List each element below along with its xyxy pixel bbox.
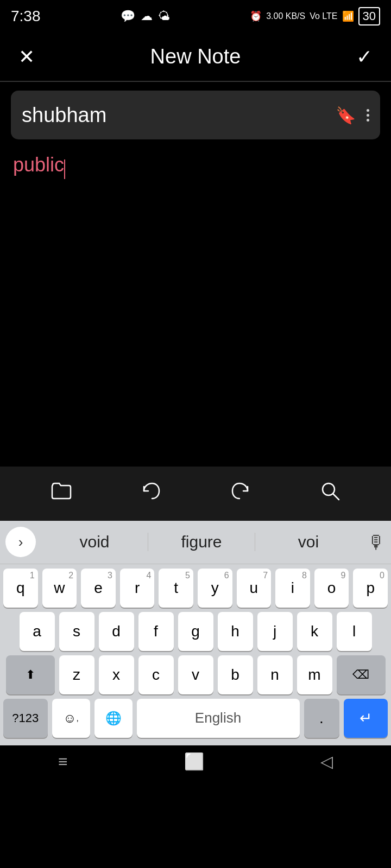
svg-line-1 xyxy=(333,494,339,500)
enter-key[interactable]: ↵ xyxy=(344,699,388,738)
undo-icon[interactable] xyxy=(140,480,162,507)
search-icon[interactable] xyxy=(319,480,342,507)
period-key[interactable]: . xyxy=(304,699,339,738)
nav-menu-icon[interactable]: ≡ xyxy=(58,752,68,771)
close-button[interactable]: ✕ xyxy=(13,46,40,68)
key-r[interactable]: r4 xyxy=(120,569,155,608)
bookmark-icon[interactable]: 🔖 xyxy=(336,106,356,125)
key-z[interactable]: z xyxy=(59,655,94,694)
key-o[interactable]: o9 xyxy=(314,569,349,608)
key-l[interactable]: l xyxy=(337,612,372,651)
key-t[interactable]: t5 xyxy=(159,569,193,608)
editor-toolbar xyxy=(0,467,391,521)
save-button[interactable]: ✓ xyxy=(351,46,378,68)
keyboard-row-3: ⬆ z x c v b n m ⌫ xyxy=(3,655,388,694)
key-n[interactable]: n xyxy=(257,655,293,694)
redo-icon[interactable] xyxy=(229,480,252,507)
keyboard: q1 w2 e3 r4 t5 y6 u7 i8 o9 p0 a s d f g … xyxy=(0,564,391,745)
status-bar: 7:38 💬 ☁ 🌤 ⏰ 3.00 KB/S Vo LTE 📶 30 xyxy=(0,0,391,33)
key-b[interactable]: b xyxy=(218,655,253,694)
key-u[interactable]: u7 xyxy=(237,569,272,608)
note-body-text: public xyxy=(13,154,64,176)
nav-bar: ≡ ⬜ ◁ xyxy=(0,745,391,778)
status-right: ⏰ 3.00 KB/S Vo LTE 📶 30 xyxy=(250,7,380,25)
space-key[interactable]: English xyxy=(137,699,300,738)
content-area[interactable] xyxy=(0,184,391,467)
keyboard-row-2: a s d f g h j k l xyxy=(3,612,388,651)
key-y[interactable]: y6 xyxy=(198,569,232,608)
backspace-key[interactable]: ⌫ xyxy=(337,655,386,694)
whatsapp-icon: 💬 xyxy=(121,9,135,23)
suggestion-words: void figure voi xyxy=(41,533,362,551)
key-x[interactable]: x xyxy=(99,655,134,694)
key-k[interactable]: k xyxy=(297,612,332,651)
status-icons: 💬 ☁ 🌤 xyxy=(121,9,170,23)
suggestion-voi[interactable]: voi xyxy=(255,533,362,551)
suggestions-bar: › void figure voi 🎙 xyxy=(0,521,391,564)
key-m[interactable]: m xyxy=(297,655,332,694)
more-options-icon[interactable] xyxy=(367,109,369,122)
cloud2-icon: 🌤 xyxy=(158,9,170,23)
key-a[interactable]: a xyxy=(20,612,55,651)
key-d[interactable]: d xyxy=(99,612,134,651)
status-time: 7:38 xyxy=(11,8,41,25)
shift-key[interactable]: ⬆ xyxy=(6,655,55,694)
suggestion-figure[interactable]: figure xyxy=(148,533,255,551)
key-s[interactable]: s xyxy=(59,612,94,651)
emoji-key[interactable]: ☺, xyxy=(52,699,90,738)
note-title-container: shubham 🔖 xyxy=(11,91,380,139)
numbers-key[interactable]: ?123 xyxy=(3,699,48,738)
app-header: ✕ New Note ✓ xyxy=(0,33,391,81)
suggestion-expand-button[interactable]: › xyxy=(5,527,36,557)
alarm-icon: ⏰ xyxy=(250,10,262,22)
network-type: Vo LTE xyxy=(310,11,337,21)
cloud-icon: ☁ xyxy=(141,9,153,23)
note-title-actions: 🔖 xyxy=(336,106,369,125)
data-speed: 3.00 KB/S xyxy=(266,11,305,21)
battery-icon: 30 xyxy=(358,7,380,25)
key-j[interactable]: j xyxy=(257,612,293,651)
signal-bars: 📶 xyxy=(342,10,354,22)
key-q[interactable]: q1 xyxy=(3,569,38,608)
key-g[interactable]: g xyxy=(178,612,213,651)
keyboard-row-1: q1 w2 e3 r4 t5 y6 u7 i8 o9 p0 xyxy=(3,569,388,608)
suggestion-void[interactable]: void xyxy=(41,533,148,551)
key-e[interactable]: e3 xyxy=(81,569,116,608)
key-v[interactable]: v xyxy=(178,655,213,694)
page-title: New Note xyxy=(150,45,241,68)
key-w[interactable]: w2 xyxy=(42,569,77,608)
nav-home-icon[interactable]: ⬜ xyxy=(184,752,204,771)
text-cursor xyxy=(64,159,65,179)
key-i[interactable]: i8 xyxy=(275,569,310,608)
note-title[interactable]: shubham xyxy=(22,104,336,127)
note-body[interactable]: public xyxy=(0,148,391,184)
nav-back-icon[interactable]: ◁ xyxy=(320,752,333,771)
globe-key[interactable]: 🌐 xyxy=(94,699,133,738)
key-c[interactable]: c xyxy=(138,655,174,694)
folder-icon[interactable] xyxy=(50,480,73,507)
divider xyxy=(0,81,391,82)
key-p[interactable]: p0 xyxy=(353,569,388,608)
key-h[interactable]: h xyxy=(218,612,253,651)
microphone-icon[interactable]: 🎙 xyxy=(367,532,386,553)
keyboard-row-4: ?123 ☺, 🌐 English . ↵ xyxy=(3,699,388,738)
key-f[interactable]: f xyxy=(138,612,174,651)
